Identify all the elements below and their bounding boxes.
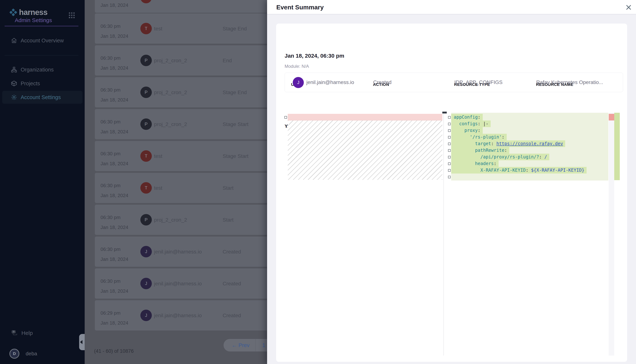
logo-wordmark: harness	[19, 8, 47, 16]
row-avatar: P	[140, 214, 152, 226]
row-user-name: jenil.jain@harness.io	[154, 312, 202, 318]
diff-line-marker[interactable]	[448, 169, 451, 172]
row-user-name: test	[154, 0, 162, 1]
close-icon[interactable]	[625, 4, 632, 11]
diff-line-marker[interactable]	[448, 162, 451, 165]
prev-page-button[interactable]: ← Prev	[232, 339, 250, 352]
collapse-arrow-icon	[80, 340, 82, 344]
diff-line-marker[interactable]	[448, 176, 451, 178]
sidebar-item-label: Account Settings	[21, 94, 61, 100]
row-action: Stage Start	[223, 122, 249, 127]
row-action: Created	[223, 281, 241, 287]
help-button[interactable]: ? Help	[2, 329, 80, 337]
sidebar-item-organizations[interactable]: Organizations	[2, 63, 82, 76]
app-grid-icon[interactable]	[68, 12, 76, 19]
row-avatar: P	[140, 86, 152, 98]
diff-scrollbar[interactable]	[609, 113, 614, 356]
drawer-title: Event Summary	[276, 0, 324, 14]
sidebar-item-label: Projects	[21, 80, 40, 86]
row-action: Start	[223, 185, 234, 191]
row-avatar: T	[140, 23, 152, 34]
row-action: End	[223, 0, 232, 1]
event-date: Jan 18, 2024	[101, 161, 128, 166]
pagination-range: (41 - 60) of 10876	[94, 348, 134, 354]
row-action: Created	[223, 249, 241, 255]
diff-splitter-handle[interactable]	[442, 112, 447, 114]
yaml-line: target: https://console.rafay.dev	[451, 140, 608, 147]
diff-modified-gutter	[448, 113, 451, 183]
event-time: 06:30 pm	[101, 183, 120, 188]
sidebar-collapse-handle[interactable]	[79, 334, 85, 350]
row-action: Start	[223, 217, 234, 223]
diff-modified-pane: appConfig: configs: |- proxy: '/rs-plugi…	[451, 113, 608, 180]
help-label: Help	[21, 330, 33, 336]
row-avatar: T	[140, 0, 152, 3]
event-action: Created	[373, 80, 392, 85]
diff-splitter[interactable]	[444, 113, 444, 356]
diff-line-marker[interactable]	[448, 142, 451, 145]
overview-removed-marker	[609, 114, 614, 120]
event-table-row: J jenil.jain@harness.io Created IDP_APP_…	[285, 72, 623, 92]
sidebar-item-label: Account Overview	[21, 38, 64, 44]
event-date: Jan 18, 2024	[101, 129, 128, 135]
diff-line-marker[interactable]	[284, 116, 287, 119]
user-avatar: J	[293, 77, 304, 88]
yaml-line: X-RAFAY-API-KEYID: ${X-RAFAY-API-KEYID}	[451, 167, 608, 174]
yaml-line: appConfig:	[451, 114, 608, 120]
event-summary-card: Jan 18, 2024, 06:30 pm Module: N/A USER …	[276, 24, 627, 362]
home-icon	[11, 37, 17, 44]
event-date: Jan 18, 2024	[101, 65, 128, 71]
event-time: 06:30 pm	[101, 119, 120, 125]
gear-icon	[11, 94, 17, 100]
row-action: Stage Start	[223, 153, 249, 159]
drawer-header: Event Summary	[267, 0, 636, 14]
diff-line-marker[interactable]	[448, 156, 451, 158]
user-avatar: D	[10, 349, 19, 359]
row-user-name: jenil.jain@harness.io	[154, 281, 202, 287]
app-root: Jan 18, 2024 T test End 06:30 pm Jan 18,…	[0, 0, 636, 364]
overview-added-strip	[614, 113, 620, 180]
diff-original-pane	[288, 113, 442, 356]
yaml-code: appConfig: configs: |- proxy: '/rs-plugi…	[451, 114, 608, 180]
event-time: 06:30 pm	[101, 246, 120, 252]
row-avatar: P	[140, 118, 152, 130]
yaml-line	[451, 174, 608, 180]
sidebar-item-projects[interactable]: Projects	[2, 77, 82, 90]
diff-line-marker[interactable]	[448, 129, 451, 132]
event-datetime: Jan 18, 2024, 06:30 pm	[285, 53, 344, 59]
sidebar-item-account-settings[interactable]: Account Settings	[2, 91, 82, 104]
row-user-name: proj_2_cron_2	[154, 90, 187, 96]
row-avatar: T	[140, 150, 152, 162]
diff-line-marker[interactable]	[448, 123, 451, 125]
event-date: Jan 18, 2024	[101, 224, 128, 230]
event-module: Module: N/A	[285, 64, 309, 69]
sidebar: harness Admin Settings Account Overview …	[0, 0, 85, 364]
row-avatar: P	[140, 55, 152, 66]
diff-line-marker[interactable]	[448, 116, 451, 119]
row-avatar: J	[140, 310, 152, 321]
event-date: Jan 18, 2024	[101, 2, 128, 8]
page-number-button[interactable]: 1	[262, 339, 265, 352]
harness-logo[interactable]: harness	[9, 8, 47, 16]
row-user-name: jenil.jain@harness.io	[154, 249, 202, 255]
sidebar-divider	[5, 26, 78, 26]
product-label: Admin Settings	[15, 17, 52, 24]
event-date: Jan 18, 2024	[101, 33, 128, 39]
diff-line-marker[interactable]	[448, 149, 451, 152]
row-action: End	[223, 58, 232, 64]
row-avatar: J	[140, 246, 152, 257]
event-time: 06:30 pm	[101, 87, 120, 93]
event-resource-name: Rafay Kubernetes Operatio...	[536, 80, 603, 85]
sidebar-item-account-overview[interactable]: Account Overview	[2, 34, 82, 47]
user-name: deba	[26, 351, 37, 357]
diff-line-marker[interactable]	[448, 136, 451, 138]
yaml-line: '/rs-plugin':	[451, 134, 608, 140]
diff-removed-line	[288, 114, 442, 120]
row-action: Stage End	[223, 90, 247, 96]
row-user-name: proj_2_cron_2	[154, 217, 187, 223]
row-action: Stage End	[223, 26, 247, 32]
event-date: Jan 18, 2024	[101, 193, 128, 198]
event-user: jenil.jain@harness.io	[306, 80, 354, 85]
user-profile[interactable]: D deba	[10, 349, 87, 359]
yaml-line: pathRewrite:	[451, 147, 608, 154]
